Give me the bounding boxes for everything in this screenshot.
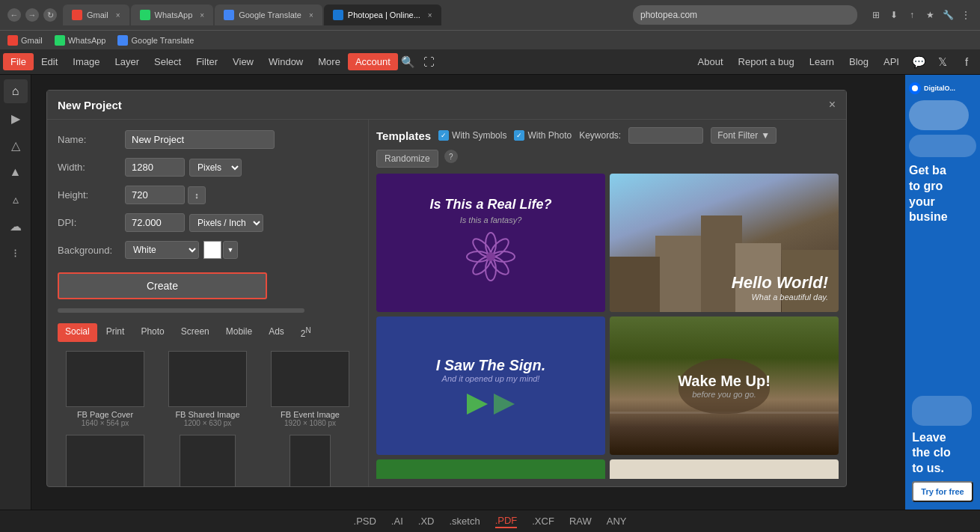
bg-select[interactable]: White Black Transparent — [125, 241, 199, 259]
fav-whatsapp[interactable]: WhatsApp — [55, 35, 106, 46]
cat-tab-social[interactable]: Social — [58, 323, 97, 342]
cat-tab-2n[interactable]: 2N — [293, 323, 319, 342]
bookmark-icon[interactable]: ★ — [923, 8, 937, 22]
fav-translate[interactable]: Google Translate — [117, 35, 194, 46]
tab-photopea[interactable]: Photopea | Online... × — [324, 4, 441, 25]
reddit-icon[interactable]: 💬 — [908, 52, 929, 73]
format-sketch[interactable]: .sketch — [449, 516, 480, 527]
create-button[interactable]: Create — [58, 272, 267, 299]
tab-photopea-close[interactable]: × — [428, 11, 432, 19]
menu-more[interactable]: More — [310, 53, 348, 70]
menu-file[interactable]: File — [3, 53, 34, 70]
menu-learn[interactable]: Learn — [803, 53, 840, 70]
download-icon[interactable]: ⬇ — [887, 8, 901, 22]
tab-whatsapp-close[interactable]: × — [200, 11, 204, 19]
preset-fb-shared[interactable]: FB Shared Image 1200 × 630 px — [160, 351, 255, 427]
format-any[interactable]: ANY — [607, 516, 627, 527]
bg-color-swatch[interactable] — [203, 241, 221, 259]
fullscreen-icon[interactable]: ⛶ — [419, 52, 440, 73]
fav-gmail[interactable]: Gmail — [7, 35, 43, 46]
format-raw[interactable]: RAW — [569, 516, 592, 527]
tab-gmail-close[interactable]: × — [116, 11, 120, 19]
name-row: Name: — [58, 130, 358, 149]
with-photo-checkbox[interactable]: ✓ With Photo — [514, 130, 572, 141]
menu-about[interactable]: About — [692, 53, 729, 70]
template-building[interactable]: Hello World! What a beautiful day. — [610, 174, 839, 312]
template-purple-flower[interactable]: Is This a Real Life? Is this a fantasy? — [376, 174, 605, 312]
preset-instagram[interactable]: Instagram 1080 × 1080 px — [160, 435, 255, 486]
format-xd[interactable]: .XD — [418, 516, 435, 527]
address-bar[interactable]: photopea.com — [633, 5, 857, 25]
height-input[interactable] — [125, 186, 185, 204]
toolbar-shape3[interactable]: ▵ — [4, 187, 28, 211]
format-ai[interactable]: .AI — [391, 516, 403, 527]
name-input[interactable] — [125, 130, 275, 149]
forward-button[interactable]: → — [25, 8, 39, 22]
ad-cta-button[interactable]: Try for free — [912, 481, 973, 502]
tab-translate-close[interactable]: × — [309, 11, 313, 19]
menu-window[interactable]: Window — [261, 53, 310, 70]
with-symbols-checkbox[interactable]: ✓ With Symbols — [438, 130, 506, 141]
toolbar-move[interactable]: ▶ — [4, 106, 28, 130]
dpi-row: DPI: Pixels / Inch Pixels / cm — [58, 213, 358, 232]
toolbar-home[interactable]: ⌂ — [4, 79, 28, 103]
extensions-icon[interactable]: 🔧 — [941, 8, 955, 22]
template-cat-dark[interactable]: Wake Me Up! before you go go. — [610, 317, 839, 455]
new-tab-icon[interactable]: ⊞ — [869, 8, 883, 22]
template-5[interactable] — [376, 459, 605, 479]
menu-select[interactable]: Select — [147, 53, 189, 70]
tab-translate[interactable]: Google Translate × — [215, 4, 322, 25]
twitter-icon[interactable]: 𝕏 — [932, 52, 953, 73]
preset-insta-story[interactable]: Insta Story 1080 × 1920 px — [263, 435, 358, 486]
format-psd[interactable]: .PSD — [354, 516, 376, 527]
bg-arrow-button[interactable]: ▼ — [223, 241, 238, 259]
cat-tab-photo[interactable]: Photo — [133, 323, 171, 342]
menu-image[interactable]: Image — [65, 53, 107, 70]
randomize-row: Randomize ? — [376, 150, 839, 168]
tab-gmail[interactable]: Gmail × — [63, 4, 129, 25]
swap-dimensions-button[interactable]: ↕ — [188, 186, 206, 204]
format-xcf[interactable]: .XCF — [532, 516, 554, 527]
dialog-close-button[interactable]: × — [829, 98, 836, 111]
menu-edit[interactable]: Edit — [34, 53, 65, 70]
keywords-input[interactable] — [628, 127, 703, 144]
format-pdf[interactable]: .PDF — [495, 515, 518, 528]
tab-whatsapp[interactable]: WhatsApp × — [131, 4, 214, 25]
menu-api[interactable]: API — [878, 53, 905, 70]
toolbar-shape1[interactable]: △ — [4, 133, 28, 157]
font-filter-button[interactable]: Font Filter ▼ — [711, 127, 777, 144]
search-icon[interactable]: 🔍 — [398, 52, 419, 73]
share-icon[interactable]: ↑ — [905, 8, 919, 22]
menu-report-bug[interactable]: Report a bug — [732, 53, 800, 70]
template-blue-text[interactable]: I Saw The Sign. And it opened up my mind… — [376, 317, 605, 455]
menu-icon[interactable]: ⋮ — [959, 8, 973, 22]
toolbar-cloud[interactable]: ☁ — [4, 214, 28, 238]
help-button[interactable]: ? — [444, 150, 458, 163]
toolbar-grid[interactable]: ⁝ — [4, 241, 28, 265]
reload-button[interactable]: ↻ — [43, 8, 57, 22]
menu-view[interactable]: View — [225, 53, 261, 70]
menu-blog[interactable]: Blog — [843, 53, 875, 70]
cat-tab-screen[interactable]: Screen — [174, 323, 217, 342]
facebook-icon[interactable]: f — [956, 52, 977, 73]
preset-insta-story-thumb — [290, 435, 331, 486]
left-panel: Name: Width: Pixels Inches cm — [47, 120, 369, 486]
randomize-button[interactable]: Randomize — [376, 150, 438, 168]
preset-fb-event[interactable]: FB Event Image 1920 × 1080 px — [263, 351, 358, 427]
menu-filter[interactable]: Filter — [189, 53, 225, 70]
width-unit-select[interactable]: Pixels Inches cm — [189, 159, 242, 177]
cat-tab-ads[interactable]: Ads — [261, 323, 292, 342]
dpi-unit-select[interactable]: Pixels / Inch Pixels / cm — [189, 214, 263, 232]
cat-tab-mobile[interactable]: Mobile — [218, 323, 260, 342]
width-input[interactable] — [125, 158, 185, 177]
browser-nav-buttons: ← → ↻ — [7, 8, 57, 22]
back-button[interactable]: ← — [7, 8, 21, 22]
toolbar-shape2[interactable]: ▲ — [4, 160, 28, 184]
preset-fb-page-cover[interactable]: FB Page Cover 1640 × 564 px — [58, 351, 153, 427]
preset-fb-group[interactable]: FB Group Header 1640 × 856 px — [58, 435, 153, 486]
menu-layer[interactable]: Layer — [108, 53, 147, 70]
dpi-input[interactable] — [125, 213, 185, 232]
menu-account[interactable]: Account — [348, 53, 398, 70]
template-6[interactable] — [610, 459, 839, 479]
cat-tab-print[interactable]: Print — [99, 323, 132, 342]
